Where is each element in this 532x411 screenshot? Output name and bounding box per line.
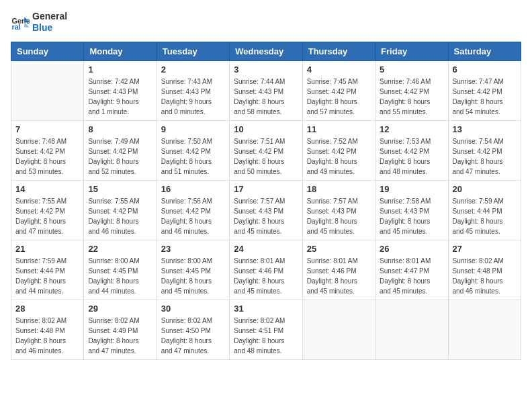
logo: Gene ral General Blue: [11, 11, 67, 34]
calendar-header-row: SundayMondayTuesdayWednesdayThursdayFrid…: [11, 42, 521, 60]
svg-text:ral: ral: [12, 23, 21, 31]
calendar-cell: 31Sunrise: 8:02 AM Sunset: 4:51 PM Dayli…: [230, 300, 302, 359]
calendar-cell: 16Sunrise: 7:56 AM Sunset: 4:42 PM Dayli…: [157, 180, 229, 240]
day-info: Sunrise: 7:45 AM Sunset: 4:42 PM Dayligh…: [307, 77, 371, 117]
day-info: Sunrise: 8:00 AM Sunset: 4:45 PM Dayligh…: [161, 256, 225, 296]
day-info: Sunrise: 8:02 AM Sunset: 4:49 PM Dayligh…: [88, 316, 152, 356]
day-number: 1: [88, 64, 152, 75]
day-number: 23: [161, 244, 225, 254]
calendar-cell: 20Sunrise: 7:59 AM Sunset: 4:44 PM Dayli…: [448, 180, 521, 240]
calendar-cell: 24Sunrise: 8:01 AM Sunset: 4:46 PM Dayli…: [230, 240, 302, 300]
day-info: Sunrise: 7:43 AM Sunset: 4:43 PM Dayligh…: [161, 77, 225, 117]
day-number: 14: [15, 184, 79, 194]
day-info: Sunrise: 7:59 AM Sunset: 4:44 PM Dayligh…: [15, 256, 79, 296]
calendar-header-wednesday: Wednesday: [230, 42, 302, 60]
calendar-cell: 7Sunrise: 7:48 AM Sunset: 4:42 PM Daylig…: [11, 120, 84, 180]
calendar-header-tuesday: Tuesday: [157, 42, 229, 60]
calendar-week-row: 14Sunrise: 7:55 AM Sunset: 4:42 PM Dayli…: [11, 180, 521, 240]
logo-icon: Gene ral: [11, 13, 30, 32]
calendar-cell: 18Sunrise: 7:57 AM Sunset: 4:43 PM Dayli…: [302, 180, 375, 240]
day-info: Sunrise: 7:57 AM Sunset: 4:43 PM Dayligh…: [234, 196, 298, 236]
day-info: Sunrise: 8:01 AM Sunset: 4:47 PM Dayligh…: [380, 256, 443, 296]
day-number: 16: [161, 184, 225, 194]
day-number: 2: [161, 64, 225, 75]
calendar-week-row: 28Sunrise: 8:02 AM Sunset: 4:48 PM Dayli…: [11, 300, 521, 359]
calendar-cell: 21Sunrise: 7:59 AM Sunset: 4:44 PM Dayli…: [11, 240, 84, 300]
day-number: 12: [380, 124, 443, 134]
day-number: 25: [307, 244, 371, 254]
day-number: 21: [15, 244, 79, 254]
day-info: Sunrise: 7:47 AM Sunset: 4:42 PM Dayligh…: [453, 77, 517, 117]
calendar-cell: 15Sunrise: 7:55 AM Sunset: 4:42 PM Dayli…: [84, 180, 157, 240]
day-number: 3: [234, 64, 298, 75]
day-number: 10: [234, 124, 298, 134]
day-number: 8: [88, 124, 152, 134]
page-header: Gene ral General Blue: [11, 11, 521, 34]
calendar-header-saturday: Saturday: [448, 42, 521, 60]
day-info: Sunrise: 7:56 AM Sunset: 4:42 PM Dayligh…: [161, 196, 225, 236]
day-number: 18: [307, 184, 371, 194]
calendar-week-row: 21Sunrise: 7:59 AM Sunset: 4:44 PM Dayli…: [11, 240, 521, 300]
calendar-cell: 23Sunrise: 8:00 AM Sunset: 4:45 PM Dayli…: [157, 240, 229, 300]
calendar-cell: 22Sunrise: 8:00 AM Sunset: 4:45 PM Dayli…: [84, 240, 157, 300]
calendar-cell: 6Sunrise: 7:47 AM Sunset: 4:42 PM Daylig…: [448, 60, 521, 120]
calendar-cell: 30Sunrise: 8:02 AM Sunset: 4:50 PM Dayli…: [157, 300, 229, 359]
calendar-cell: 2Sunrise: 7:43 AM Sunset: 4:43 PM Daylig…: [157, 60, 229, 120]
day-number: 28: [15, 304, 79, 314]
day-info: Sunrise: 8:02 AM Sunset: 4:50 PM Dayligh…: [161, 316, 225, 356]
day-info: Sunrise: 8:00 AM Sunset: 4:45 PM Dayligh…: [88, 256, 152, 296]
day-number: 20: [453, 184, 517, 194]
logo-text-line1: General: [32, 11, 67, 22]
calendar-cell: 11Sunrise: 7:52 AM Sunset: 4:42 PM Dayli…: [302, 120, 375, 180]
calendar-header-sunday: Sunday: [11, 42, 84, 60]
calendar-cell: 13Sunrise: 7:54 AM Sunset: 4:42 PM Dayli…: [448, 120, 521, 180]
calendar-cell: 17Sunrise: 7:57 AM Sunset: 4:43 PM Dayli…: [230, 180, 302, 240]
day-info: Sunrise: 7:46 AM Sunset: 4:42 PM Dayligh…: [380, 77, 443, 117]
calendar-cell: 1Sunrise: 7:42 AM Sunset: 4:43 PM Daylig…: [84, 60, 157, 120]
calendar-header-friday: Friday: [375, 42, 448, 60]
calendar-cell: 8Sunrise: 7:49 AM Sunset: 4:42 PM Daylig…: [84, 120, 157, 180]
calendar-cell: 28Sunrise: 8:02 AM Sunset: 4:48 PM Dayli…: [11, 300, 84, 359]
calendar-cell: [375, 300, 448, 359]
day-number: 4: [307, 64, 371, 75]
day-info: Sunrise: 7:55 AM Sunset: 4:42 PM Dayligh…: [15, 196, 79, 236]
day-info: Sunrise: 8:01 AM Sunset: 4:46 PM Dayligh…: [307, 256, 371, 296]
day-number: 7: [15, 124, 79, 134]
day-info: Sunrise: 7:54 AM Sunset: 4:42 PM Dayligh…: [453, 136, 517, 177]
calendar-cell: [11, 60, 84, 120]
day-number: 19: [380, 184, 443, 194]
day-info: Sunrise: 7:51 AM Sunset: 4:42 PM Dayligh…: [234, 136, 298, 177]
calendar-header-monday: Monday: [84, 42, 157, 60]
calendar-cell: 3Sunrise: 7:44 AM Sunset: 4:43 PM Daylig…: [230, 60, 302, 120]
calendar-cell: 25Sunrise: 8:01 AM Sunset: 4:46 PM Dayli…: [302, 240, 375, 300]
day-info: Sunrise: 8:02 AM Sunset: 4:48 PM Dayligh…: [453, 256, 517, 296]
day-info: Sunrise: 7:53 AM Sunset: 4:42 PM Dayligh…: [380, 136, 443, 177]
day-number: 5: [380, 64, 443, 75]
day-info: Sunrise: 7:49 AM Sunset: 4:42 PM Dayligh…: [88, 136, 152, 177]
day-number: 29: [88, 304, 152, 314]
day-info: Sunrise: 7:58 AM Sunset: 4:43 PM Dayligh…: [380, 196, 443, 236]
day-number: 31: [234, 304, 298, 314]
day-info: Sunrise: 7:50 AM Sunset: 4:42 PM Dayligh…: [161, 136, 225, 177]
day-info: Sunrise: 7:42 AM Sunset: 4:43 PM Dayligh…: [88, 77, 152, 117]
calendar-cell: 19Sunrise: 7:58 AM Sunset: 4:43 PM Dayli…: [375, 180, 448, 240]
day-number: 30: [161, 304, 225, 314]
day-info: Sunrise: 7:55 AM Sunset: 4:42 PM Dayligh…: [88, 196, 152, 236]
day-info: Sunrise: 7:48 AM Sunset: 4:42 PM Dayligh…: [15, 136, 79, 177]
day-number: 11: [307, 124, 371, 134]
calendar-week-row: 7Sunrise: 7:48 AM Sunset: 4:42 PM Daylig…: [11, 120, 521, 180]
day-number: 22: [88, 244, 152, 254]
calendar-cell: 4Sunrise: 7:45 AM Sunset: 4:42 PM Daylig…: [302, 60, 375, 120]
day-number: 13: [453, 124, 517, 134]
day-number: 9: [161, 124, 225, 134]
day-number: 17: [234, 184, 298, 194]
day-info: Sunrise: 7:52 AM Sunset: 4:42 PM Dayligh…: [307, 136, 371, 177]
calendar-table: SundayMondayTuesdayWednesdayThursdayFrid…: [11, 42, 521, 360]
day-info: Sunrise: 7:44 AM Sunset: 4:43 PM Dayligh…: [234, 77, 298, 117]
day-number: 15: [88, 184, 152, 194]
calendar-cell: 9Sunrise: 7:50 AM Sunset: 4:42 PM Daylig…: [157, 120, 229, 180]
day-info: Sunrise: 7:57 AM Sunset: 4:43 PM Dayligh…: [307, 196, 371, 236]
day-number: 6: [453, 64, 517, 75]
calendar-cell: 10Sunrise: 7:51 AM Sunset: 4:42 PM Dayli…: [230, 120, 302, 180]
day-info: Sunrise: 8:01 AM Sunset: 4:46 PM Dayligh…: [234, 256, 298, 296]
